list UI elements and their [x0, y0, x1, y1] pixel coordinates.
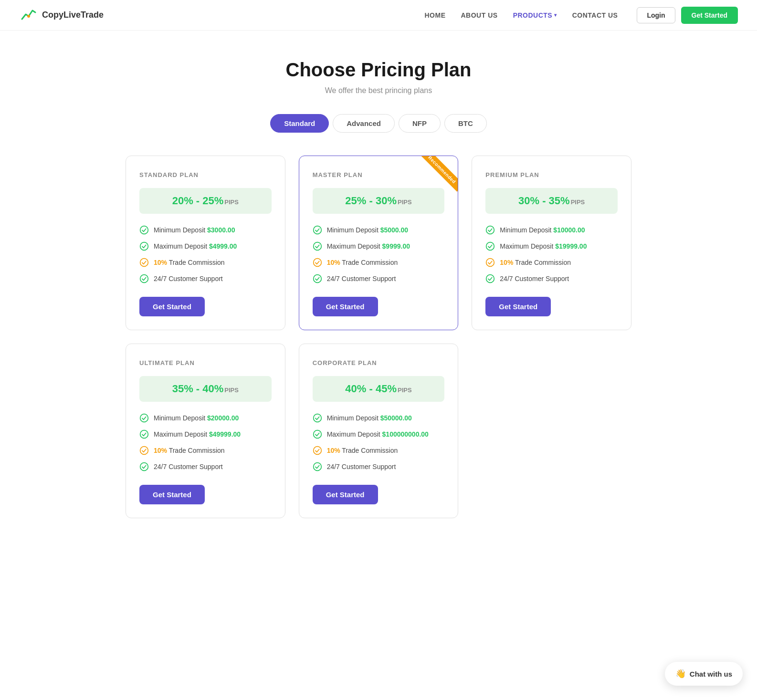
- feature-min-deposit-corporate: Minimum Deposit $50000.00: [313, 413, 445, 423]
- feature-commission-ultimate: 10% Trade Commission: [139, 446, 272, 455]
- plan-card-ultimate: ULTIMATE PLAN 35% - 40%PIPS Minimum Depo…: [126, 344, 285, 518]
- check-icon: [139, 413, 149, 423]
- feature-max-deposit-premium: Maximum Deposit $19999.00: [485, 241, 618, 251]
- svg-point-1: [27, 15, 30, 18]
- nav-home[interactable]: HOME: [425, 11, 446, 19]
- plan-name-ultimate: ULTIMATE PLAN: [139, 359, 272, 366]
- svg-point-12: [486, 259, 494, 267]
- empty-spacer: [472, 344, 631, 518]
- svg-point-4: [140, 259, 148, 267]
- nav-about[interactable]: ABOUT US: [461, 11, 498, 19]
- page-subtitle: We offer the best princing plans: [126, 86, 631, 95]
- check-icon: [313, 462, 322, 471]
- feature-list-ultimate: Minimum Deposit $20000.00 Maximum Deposi…: [139, 413, 272, 471]
- plan-name-standard: STANDARD PLAN: [139, 171, 272, 178]
- rate-value-corporate: 40% - 45%: [345, 383, 397, 395]
- plans-grid-top: STANDARD PLAN 20% - 25%PIPS Minimum Depo…: [126, 156, 631, 330]
- feature-commission-master: 10% Trade Commission: [313, 258, 445, 267]
- feature-support-ultimate: 24/7 Customer Support: [139, 462, 272, 471]
- rate-badge-corporate: 40% - 45%PIPS: [313, 376, 445, 402]
- check-icon: [485, 274, 495, 283]
- tab-btc[interactable]: BTC: [444, 114, 487, 133]
- svg-point-16: [140, 447, 148, 455]
- rate-value-ultimate: 35% - 40%: [172, 383, 224, 395]
- svg-point-6: [313, 226, 321, 234]
- check-icon: [485, 225, 495, 235]
- check-icon: [313, 446, 322, 455]
- rate-unit-premium: PIPS: [571, 199, 585, 206]
- feature-list-corporate: Minimum Deposit $50000.00 Maximum Deposi…: [313, 413, 445, 471]
- svg-point-10: [486, 226, 494, 234]
- nav-products[interactable]: PRODUCTS ▾: [513, 11, 557, 19]
- plan-name-master: MASTER PLAN: [313, 171, 445, 178]
- feature-support-standard: 24/7 Customer Support: [139, 274, 272, 283]
- nav-get-started-button[interactable]: Get Started: [681, 7, 738, 24]
- feature-list-premium: Minimum Deposit $10000.00 Maximum Deposi…: [485, 225, 618, 283]
- plan-card-premium: PREMIUM PLAN 30% - 35%PIPS Minimum Depos…: [472, 156, 631, 330]
- feature-min-deposit-master: Minimum Deposit $5000.00: [313, 225, 445, 235]
- tab-advanced[interactable]: Advanced: [333, 114, 395, 133]
- feature-min-deposit-ultimate: Minimum Deposit $20000.00: [139, 413, 272, 423]
- check-icon: [139, 462, 149, 471]
- nav-contact[interactable]: CONTACT US: [572, 11, 618, 19]
- rate-unit-master: PIPS: [398, 199, 412, 206]
- logo-icon: [19, 6, 38, 25]
- plan-name-premium: PREMIUM PLAN: [485, 171, 618, 178]
- feature-commission-corporate: 10% Trade Commission: [313, 446, 445, 455]
- rate-badge-standard: 20% - 25%PIPS: [139, 188, 272, 214]
- feature-max-deposit-master: Maximum Deposit $9999.00: [313, 241, 445, 251]
- rate-badge-ultimate: 35% - 40%PIPS: [139, 376, 272, 402]
- check-icon: [313, 274, 322, 283]
- feature-support-master: 24/7 Customer Support: [313, 274, 445, 283]
- rate-unit-standard: PIPS: [224, 199, 239, 206]
- rate-value-master: 25% - 30%: [345, 195, 397, 207]
- check-icon: [139, 258, 149, 267]
- get-started-button-master[interactable]: Get Started: [313, 297, 378, 316]
- feature-min-deposit-standard: Minimum Deposit $3000.00: [139, 225, 272, 235]
- plan-name-corporate: CORPORATE PLAN: [313, 359, 445, 366]
- feature-commission-standard: 10% Trade Commission: [139, 258, 272, 267]
- svg-point-19: [313, 430, 321, 439]
- svg-point-2: [140, 226, 148, 234]
- feature-max-deposit-corporate: Maximum Deposit $100000000.00: [313, 429, 445, 439]
- get-started-button-ultimate[interactable]: Get Started: [139, 485, 205, 504]
- get-started-button-standard[interactable]: Get Started: [139, 297, 205, 316]
- login-button[interactable]: Login: [637, 7, 675, 23]
- check-icon: [139, 429, 149, 439]
- rate-unit-ultimate: PIPS: [224, 387, 239, 394]
- logo[interactable]: CopyLiveTrade: [19, 6, 104, 25]
- svg-point-18: [313, 414, 321, 422]
- rate-unit-corporate: PIPS: [398, 387, 412, 394]
- feature-list-standard: Minimum Deposit $3000.00 Maximum Deposit…: [139, 225, 272, 283]
- svg-point-7: [313, 242, 321, 251]
- check-icon: [139, 446, 149, 455]
- tab-nfp[interactable]: NFP: [399, 114, 441, 133]
- plan-card-corporate: CORPORATE PLAN 40% - 45%PIPS Minimum Dep…: [299, 344, 459, 518]
- plans-grid-bottom: ULTIMATE PLAN 35% - 40%PIPS Minimum Depo…: [126, 344, 631, 518]
- rate-badge-master: 25% - 30%PIPS: [313, 188, 445, 214]
- check-icon: [313, 241, 322, 251]
- feature-list-master: Minimum Deposit $5000.00 Maximum Deposit…: [313, 225, 445, 283]
- tabs-container: Standard Advanced NFP BTC: [126, 114, 631, 133]
- svg-point-3: [140, 242, 148, 251]
- svg-point-21: [313, 463, 321, 471]
- tab-standard[interactable]: Standard: [270, 114, 329, 133]
- svg-point-8: [313, 259, 321, 267]
- check-icon: [313, 413, 322, 423]
- check-icon: [313, 225, 322, 235]
- check-icon: [485, 258, 495, 267]
- feature-min-deposit-premium: Minimum Deposit $10000.00: [485, 225, 618, 235]
- get-started-button-premium[interactable]: Get Started: [485, 297, 551, 316]
- main-content: Choose Pricing Plan We offer the best pr…: [116, 31, 641, 556]
- feature-max-deposit-ultimate: Maximum Deposit $49999.00: [139, 429, 272, 439]
- svg-point-17: [140, 463, 148, 471]
- rate-badge-premium: 30% - 35%PIPS: [485, 188, 618, 214]
- check-icon: [139, 274, 149, 283]
- rate-value-standard: 20% - 25%: [172, 195, 224, 207]
- svg-point-15: [140, 430, 148, 439]
- svg-point-20: [313, 447, 321, 455]
- plan-card-master: Recommended MASTER PLAN 25% - 30%PIPS Mi…: [299, 156, 459, 330]
- svg-point-9: [313, 275, 321, 283]
- rate-value-premium: 30% - 35%: [518, 195, 570, 207]
- get-started-button-corporate[interactable]: Get Started: [313, 485, 378, 504]
